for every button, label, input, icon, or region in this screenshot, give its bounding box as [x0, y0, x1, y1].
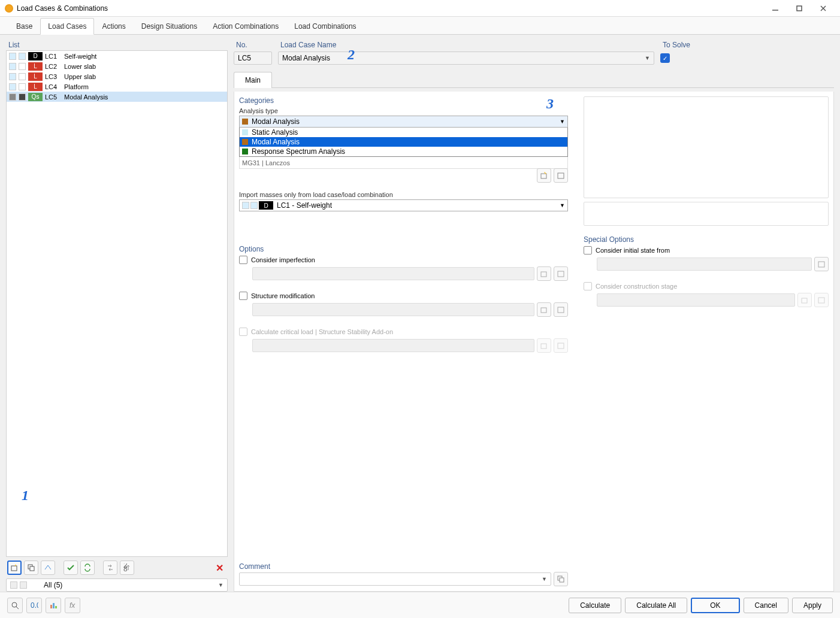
list-swatch1 [9, 53, 16, 60]
analysis-type-option[interactable]: Modal Analysis [240, 137, 567, 147]
comment-copy-button[interactable] [554, 572, 568, 586]
imperfection-checkbox[interactable] [239, 256, 247, 264]
imperfection-open-button[interactable] [554, 266, 568, 281]
imperfection-new-button[interactable] [537, 266, 551, 281]
initial-state-open-button[interactable] [814, 257, 829, 271]
units-icon: 0.00 [30, 601, 38, 610]
cancel-button[interactable]: Cancel [744, 598, 788, 613]
list-item[interactable]: QsLC5Modal Analysis [7, 92, 227, 102]
option-label: Modal Analysis [252, 138, 300, 146]
name-combo[interactable]: Modal Analysis ▼ [278, 51, 654, 65]
insert-button[interactable] [41, 561, 55, 575]
ok-button[interactable]: OK [691, 598, 739, 613]
list-code: LC5 [45, 93, 62, 101]
footer-units-button[interactable]: 0.00 [26, 598, 42, 613]
list-badge: D [28, 52, 43, 60]
analysis-type-option[interactable]: Response Spectrum Analysis [240, 147, 567, 156]
tab-action-combinations[interactable]: Action Combinations [205, 18, 286, 34]
inner-tab-main[interactable]: Main [234, 72, 272, 88]
tab-load-combinations[interactable]: Load Combinations [286, 18, 364, 34]
copy-button[interactable] [24, 561, 38, 575]
no-input[interactable]: LC5 [234, 51, 272, 65]
list-swatch2 [19, 83, 26, 90]
minimize-button[interactable] [763, 0, 787, 17]
list-item[interactable]: LLC4Platform [7, 81, 227, 92]
list-swatch1 [9, 83, 16, 90]
import-masses-dropdown[interactable]: D LC1 - Self-weight ▼ [239, 199, 568, 211]
structure-mod-open-button[interactable] [554, 302, 568, 317]
swap-icon [106, 564, 114, 572]
comment-input[interactable]: ▼ [239, 572, 551, 586]
footer-graph-button[interactable] [46, 598, 61, 613]
load-case-list[interactable]: DLC1Self-weightLLC2Lower slabLLC3Upper s… [6, 50, 228, 557]
option-swatch [242, 139, 248, 145]
check-button[interactable] [64, 561, 78, 575]
svg-text:0.00: 0.00 [31, 601, 38, 610]
close-button[interactable] [811, 0, 835, 17]
analysis-type-list[interactable]: Static AnalysisModal AnalysisResponse Sp… [239, 128, 568, 157]
chevron-down-icon: ▼ [645, 55, 650, 61]
close-icon [819, 4, 827, 13]
analysis-type-option[interactable]: Static Analysis [240, 128, 567, 137]
new-button[interactable] [7, 561, 22, 575]
solve-label: To Solve [660, 40, 834, 50]
calculate-all-button[interactable]: Calculate All [625, 598, 687, 613]
open-modal-button[interactable] [554, 168, 568, 183]
sort-icon: 28 [123, 564, 131, 572]
list-swatch2 [19, 93, 26, 101]
title-bar: Load Cases & Combinations [0, 0, 840, 17]
list-item[interactable]: LLC2Lower slab [7, 61, 227, 71]
edit-modal-button[interactable] [537, 168, 551, 183]
sync-icon [83, 564, 92, 572]
preview-box-2 [584, 202, 829, 226]
initial-state-label: Consider initial state from [596, 247, 670, 254]
initial-state-field [597, 258, 812, 271]
analysis-type-value: Modal Analysis [252, 117, 300, 126]
maximize-icon [795, 4, 803, 13]
analysis-type-dropdown[interactable]: Modal Analysis ▼ [239, 116, 568, 128]
list-filter-dropdown[interactable]: All (5) ▼ [6, 578, 228, 592]
structure-mod-field [252, 303, 534, 316]
list-toolbar: 28 ✕ [6, 557, 228, 578]
construction-stage-checkbox [584, 282, 592, 290]
swap-button[interactable] [103, 561, 117, 575]
new-icon [540, 305, 548, 314]
list-item[interactable]: DLC1Self-weight [7, 51, 227, 61]
critical-load-field [252, 339, 534, 352]
open-icon [817, 260, 826, 268]
svg-rect-19 [818, 262, 824, 267]
solve-checkbox[interactable]: ✓ [660, 53, 670, 63]
maximize-button[interactable] [787, 0, 811, 17]
tab-design-situations[interactable]: Design Situations [134, 18, 205, 34]
svg-rect-16 [558, 343, 564, 349]
tab-load-cases[interactable]: Load Cases [40, 18, 94, 35]
categories-header: Categories [239, 96, 568, 105]
initial-state-checkbox[interactable] [584, 246, 592, 255]
apply-button[interactable]: Apply [792, 598, 833, 613]
chevron-down-icon: ▼ [560, 202, 565, 208]
list-swatch2 [19, 53, 26, 60]
structure-mod-checkbox[interactable] [239, 292, 247, 300]
list-name: Self-weight [64, 53, 96, 60]
import-sw2 [250, 202, 258, 209]
list-badge: L [28, 72, 43, 81]
type-color-swatch [242, 119, 248, 125]
delete-button[interactable]: ✕ [212, 561, 226, 575]
app-icon [5, 4, 13, 13]
calculate-button[interactable]: Calculate [569, 598, 621, 613]
tab-base[interactable]: Base [8, 18, 40, 34]
list-code: LC3 [45, 73, 62, 80]
import-masses-label: Import masses only from load case/load c… [239, 191, 568, 198]
sync-button[interactable] [80, 561, 95, 575]
svg-rect-1 [797, 6, 802, 11]
tab-bar: Base Load Cases Actions Design Situation… [0, 17, 840, 35]
footer-search-button[interactable] [7, 598, 23, 613]
structure-mod-new-button[interactable] [537, 302, 551, 317]
sort-button[interactable]: 28 [120, 561, 134, 575]
option-label: Response Spectrum Analysis [252, 147, 345, 156]
svg-text:8: 8 [123, 565, 128, 572]
list-item[interactable]: LLC3Upper slab [7, 71, 227, 81]
svg-rect-15 [541, 344, 546, 349]
footer-fx-button[interactable]: fx [65, 598, 80, 613]
tab-actions[interactable]: Actions [94, 18, 133, 34]
